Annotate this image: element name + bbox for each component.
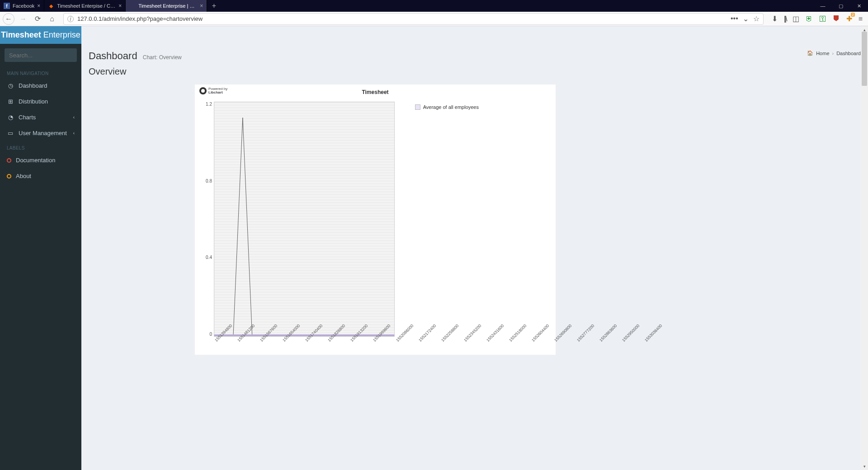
sidebar-item-user-management[interactable]: ▭ User Management ‹ [0, 125, 81, 141]
libchart-icon [199, 87, 207, 94]
piechart-icon: ◔ [7, 114, 14, 121]
page-title: Dashboard Chart: Overview [89, 50, 182, 62]
sidebar-icon[interactable]: ◫ [793, 14, 799, 23]
search-input[interactable] [9, 52, 85, 59]
back-button[interactable]: ← [3, 13, 14, 25]
distribution-icon: ⊞ [7, 98, 14, 105]
sidebar-item-charts[interactable]: ◔ Charts ‹ [0, 109, 81, 125]
nav-section-header: MAIN NAVIGATION [0, 66, 81, 78]
sidebar-item-documentation[interactable]: Documentation [0, 152, 81, 168]
sidebar-item-label: Charts [19, 114, 36, 121]
y-tick: 0 [209, 332, 212, 337]
dashboard-icon: ◷ [7, 82, 14, 89]
y-tick: 0.4 [206, 255, 212, 260]
scroll-down-icon[interactable]: ▾ [861, 463, 868, 470]
breadcrumb: 🏠 Home › Dashboard [807, 50, 861, 56]
library-icon[interactable]: |||\ [784, 15, 786, 23]
search-input-wrap: 🔍 [5, 48, 77, 62]
label-circle-icon [7, 158, 11, 163]
forward-button[interactable]: → [17, 13, 29, 25]
browser-tab[interactable]: f Facebook × [0, 0, 44, 12]
adblock-icon[interactable]: ⛊ [833, 15, 840, 23]
content-header: Dashboard Chart: Overview 🏠 Home › Dashb… [81, 44, 868, 62]
chevron-left-icon: ‹ [73, 131, 75, 136]
breadcrumb-current: Dashboard [836, 51, 861, 56]
browser-toolbar: ← → ⟳ ⌂ i ••• ⌄ ☆ ⬇ |||\ ◫ ⛨ ⚿ ⛊ ✚2 ≡ [0, 12, 868, 26]
close-icon[interactable]: × [118, 3, 122, 9]
tab-title: Timesheet Enterprise | Dashboard [138, 3, 197, 9]
chart-powered-label: Powered byLibchart [199, 87, 227, 94]
url-input[interactable] [77, 15, 727, 22]
home-button[interactable]: ⌂ [46, 13, 58, 25]
breadcrumb-home[interactable]: Home [816, 51, 829, 56]
chart-line [214, 102, 394, 336]
facebook-icon: f [4, 3, 10, 9]
more-icon[interactable]: ••• [731, 14, 738, 23]
sourceforge-icon: ◆ [48, 3, 54, 9]
x-tick: 1552690800 [553, 324, 572, 343]
window-restore-icon[interactable]: ▢ [832, 0, 850, 12]
chart-x-axis: 1551394800155148120015515676001551654000… [214, 337, 413, 341]
menu-icon[interactable]: ≡ [859, 15, 863, 23]
sidebar-item-distribution[interactable]: ⊞ Distribution [0, 94, 81, 109]
app-logo[interactable]: Timesheet Enterprise [0, 30, 81, 40]
sidebar-item-label: Documentation [16, 157, 55, 164]
bookmark-star-icon[interactable]: ☆ [753, 14, 760, 23]
x-tick: 1552950000 [621, 324, 640, 343]
new-tab-button[interactable]: + [207, 0, 221, 12]
scrollbar-thumb[interactable] [862, 32, 867, 86]
y-tick: 0.8 [206, 179, 212, 183]
x-tick: 1553036400 [644, 324, 663, 343]
label-circle-icon [7, 174, 11, 179]
sidebar-item-label: About [16, 173, 31, 179]
address-bar[interactable]: i ••• ⌄ ☆ [63, 13, 764, 25]
laptop-icon: ▭ [7, 130, 14, 136]
key-icon[interactable]: ⚿ [819, 15, 826, 23]
chart-legend: Average of all employees [415, 104, 479, 110]
close-icon[interactable]: × [37, 3, 40, 9]
chart-container: Powered byLibchart Timesheet Average of … [194, 84, 556, 355]
x-tick: 1552863600 [599, 324, 618, 343]
tab-title: Timesheet Enterpise / Code / [… [57, 3, 116, 9]
extension-badge-icon[interactable]: ✚2 [846, 14, 852, 23]
chart-y-axis: 1.20.80.40 [200, 102, 214, 337]
sidebar-item-dashboard[interactable]: ◷ Dashboard [0, 78, 81, 94]
sidebar: 🔍 MAIN NAVIGATION ◷ Dashboard ⊞ Distribu… [0, 26, 81, 470]
content-area: Dashboard Chart: Overview 🏠 Home › Dashb… [81, 26, 868, 470]
legend-label: Average of all employees [423, 104, 479, 110]
window-close-icon[interactable]: ✕ [850, 0, 868, 12]
x-tick: 1552777200 [576, 324, 595, 343]
chart-plot-area [214, 102, 395, 337]
pocket-icon[interactable]: ⌄ [743, 14, 749, 23]
sidebar-item-about[interactable]: About [0, 168, 81, 184]
home-icon: 🏠 [807, 50, 813, 56]
reload-button[interactable]: ⟳ [32, 13, 43, 25]
breadcrumb-sep: › [832, 51, 834, 56]
sidebar-item-label: Distribution [19, 98, 48, 105]
sidebar-item-label: User Management [19, 130, 67, 136]
browser-tab-active[interactable]: Timesheet Enterprise | Dashboard × [126, 0, 207, 12]
nav-section-header: LABELS [0, 141, 81, 152]
page-icon [129, 3, 136, 9]
chart-title: Timesheet [200, 89, 550, 95]
sidebar-item-label: Dashboard [19, 82, 47, 89]
close-icon[interactable]: × [200, 3, 203, 9]
chevron-left-icon: ‹ [73, 115, 75, 120]
legend-swatch-icon [415, 104, 420, 110]
page-subtitle: Chart: Overview [143, 54, 182, 61]
downloads-icon[interactable]: ⬇ [772, 14, 778, 23]
y-tick: 1.2 [206, 102, 212, 107]
site-info-icon[interactable]: i [67, 16, 74, 22]
window-minimize-icon[interactable]: — [814, 0, 832, 12]
section-title: Overview [81, 62, 868, 80]
vertical-scrollbar[interactable]: ▴ ▾ [861, 26, 868, 470]
shield-icon[interactable]: ⛨ [806, 15, 813, 23]
tab-title: Facebook [13, 3, 34, 9]
browser-tab-bar: f Facebook × ◆ Timesheet Enterpise / Cod… [0, 0, 868, 12]
browser-tab[interactable]: ◆ Timesheet Enterpise / Code / [… × [44, 0, 126, 12]
